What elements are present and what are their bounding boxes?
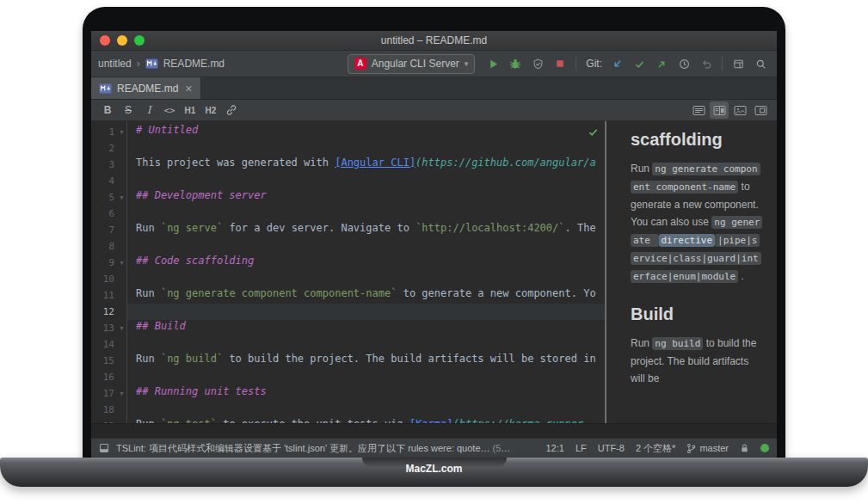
debug-button[interactable] xyxy=(506,54,525,73)
status-message-time: (5 分钟 之前) xyxy=(493,443,512,453)
coverage-button[interactable] xyxy=(528,54,547,73)
line-number: 2 xyxy=(91,143,117,154)
tab-readme[interactable]: README.md × xyxy=(91,77,201,99)
ide-window: untitled – README.md untitled › README.m… xyxy=(91,31,777,458)
line-number: 16 xyxy=(91,372,117,383)
toolbar-separator xyxy=(576,57,576,71)
git-commit-button[interactable] xyxy=(630,54,649,73)
code-line-12[interactable] xyxy=(127,304,605,320)
status-message-text: TSLint: 项目代码样式和编辑器设置基于 'tslint.json' 更新。… xyxy=(116,443,490,453)
code-line-17[interactable]: ## Running unit tests xyxy=(127,385,605,402)
link-button[interactable] xyxy=(222,101,241,119)
code-line-14[interactable] xyxy=(127,336,605,353)
window-titlebar: untitled – README.md xyxy=(91,31,777,51)
markdown-toolbar: BSI<>H1H2 xyxy=(91,100,777,121)
tab-label: README.md xyxy=(117,83,178,95)
indent-style[interactable]: 2 个空格* xyxy=(636,442,675,455)
header2-button[interactable]: H2 xyxy=(201,101,220,119)
line-number: 1 xyxy=(91,126,117,138)
code-line-3[interactable]: This project was generated with [Angular… xyxy=(127,157,605,173)
code-line-13[interactable]: ## Build xyxy=(127,320,605,336)
md-view-buttons xyxy=(689,101,770,119)
run-button[interactable] xyxy=(483,54,502,73)
line-number: 14 xyxy=(91,339,117,350)
fold-marker-icon[interactable]: ▾ xyxy=(117,259,126,267)
code-line-1[interactable]: # Untitled xyxy=(127,124,605,140)
preview-paragraph: Run ng build to build the project. The b… xyxy=(631,335,761,387)
stop-button[interactable] xyxy=(551,54,569,73)
code-line-5[interactable]: ## Development server xyxy=(127,189,605,206)
editor-only-view-button[interactable] xyxy=(689,101,708,119)
close-window-button[interactable] xyxy=(100,35,110,46)
laptop-base: MacZL.com xyxy=(0,458,868,487)
code-line-18[interactable] xyxy=(127,402,605,418)
line-number: 5 xyxy=(91,192,117,203)
fold-marker-icon[interactable]: ▾ xyxy=(117,128,126,136)
code-line-15[interactable]: Run `ng build` to build the project. The… xyxy=(127,353,605,369)
code-line-16[interactable] xyxy=(127,369,605,385)
line-number: 11 xyxy=(91,290,117,301)
preview-paragraph: Run ng generate component component-name… xyxy=(631,160,761,286)
bold-button[interactable]: B xyxy=(98,101,117,119)
fold-marker-icon[interactable]: ▾ xyxy=(117,390,126,397)
git-branch-icon xyxy=(686,443,696,454)
code-button[interactable]: <> xyxy=(160,101,179,119)
notification-indicator xyxy=(760,444,769,452)
tool-window-switcher-icon[interactable] xyxy=(99,443,109,453)
detach-preview-button[interactable] xyxy=(751,101,770,119)
minimize-window-button[interactable] xyxy=(117,35,127,46)
caret-position[interactable]: 12:1 xyxy=(545,443,563,453)
git-branch-name: master xyxy=(699,443,729,453)
line-number: 17 xyxy=(91,388,117,399)
editor-pane[interactable]: # Untitled This project was generated wi… xyxy=(127,121,605,423)
line-number: 4 xyxy=(91,175,117,187)
code-line-11[interactable]: Run `ng generate component component-nam… xyxy=(127,287,605,304)
code-line-9[interactable]: ## Code scaffolding xyxy=(127,255,605,271)
line-number: 7 xyxy=(91,224,117,236)
line-number: 12 xyxy=(91,306,117,317)
code-line-6[interactable] xyxy=(127,206,605,222)
inspections-ok-icon[interactable] xyxy=(588,126,599,141)
run-configuration-label: Angular CLI Server xyxy=(372,58,459,70)
status-widgets: 12:1 LF UTF-8 2 个空格* master xyxy=(545,442,769,455)
undo-button[interactable] xyxy=(697,54,716,73)
strikethrough-button[interactable]: S xyxy=(119,101,138,119)
markdown-preview-pane: scaffoldingRun ng generate component com… xyxy=(606,121,777,423)
code-line-8[interactable] xyxy=(127,238,605,255)
git-push-button[interactable] xyxy=(652,54,671,73)
run-configuration-select[interactable]: A Angular CLI Server ▾ xyxy=(348,54,476,74)
editor-and-preview-view-button[interactable] xyxy=(710,101,729,119)
search-everywhere-button[interactable] xyxy=(751,54,770,73)
file-encoding[interactable]: UTF-8 xyxy=(598,443,625,453)
close-icon[interactable]: × xyxy=(185,83,192,95)
code-line-10[interactable] xyxy=(127,271,605,287)
code-line-2[interactable] xyxy=(127,140,605,157)
breadcrumb-project[interactable]: untitled xyxy=(98,58,132,70)
restore-windows-button[interactable] xyxy=(729,54,748,73)
fold-marker-icon[interactable]: ▾ xyxy=(117,194,126,201)
angular-icon: A xyxy=(354,58,366,70)
local-history-button[interactable] xyxy=(674,54,693,73)
readonly-lock-icon[interactable] xyxy=(740,443,749,453)
preview-content: scaffoldingRun ng generate component com… xyxy=(631,130,761,387)
status-bar: TSLint: 项目代码样式和编辑器设置基于 'tslint.json' 更新。… xyxy=(91,438,777,458)
laptop-bezel: untitled – README.md untitled › README.m… xyxy=(83,7,785,458)
italic-button[interactable]: I xyxy=(139,101,158,119)
fold-marker-icon[interactable]: ▾ xyxy=(117,324,126,332)
line-number: 6 xyxy=(91,208,117,219)
horizontal-scrollbar[interactable] xyxy=(91,423,777,438)
breadcrumb-file[interactable]: README.md xyxy=(163,58,225,70)
header1-button[interactable]: H1 xyxy=(181,101,200,119)
line-number: 3 xyxy=(91,159,117,170)
code-line-19[interactable]: Run `ng test` to execute the unit tests … xyxy=(127,418,605,423)
git-update-button[interactable] xyxy=(607,54,626,73)
maximize-window-button[interactable] xyxy=(134,35,145,46)
line-separator[interactable]: LF xyxy=(576,443,587,453)
preview-only-view-button[interactable] xyxy=(730,101,749,119)
line-number: 15 xyxy=(91,355,117,366)
editor-tabbar: README.md × xyxy=(91,77,777,100)
git-branch-widget[interactable]: master xyxy=(686,443,729,454)
code-line-4[interactable] xyxy=(127,173,605,189)
code-line-7[interactable]: Run `ng serve` for a dev server. Navigat… xyxy=(127,222,605,238)
breadcrumb: untitled › README.md xyxy=(98,58,225,70)
